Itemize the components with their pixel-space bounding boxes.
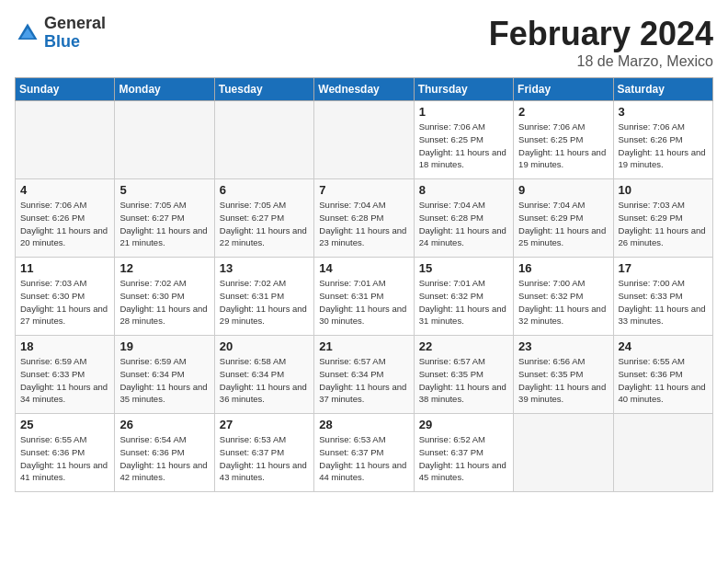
- calendar-week-row: 11Sunrise: 7:03 AMSunset: 6:30 PMDayligh…: [16, 258, 713, 336]
- calendar-cell: 15Sunrise: 7:01 AMSunset: 6:32 PMDayligh…: [414, 258, 513, 336]
- day-number: 15: [419, 261, 508, 275]
- calendar-cell: 20Sunrise: 6:58 AMSunset: 6:34 PMDayligh…: [214, 336, 313, 414]
- day-of-week-header: Wednesday: [314, 78, 414, 101]
- day-info: Sunrise: 6:57 AMSunset: 6:35 PMDaylight:…: [419, 355, 508, 406]
- day-info: Sunrise: 7:02 AMSunset: 6:30 PMDaylight:…: [119, 277, 209, 327]
- day-info: Sunrise: 6:59 AMSunset: 6:34 PMDaylight:…: [119, 355, 209, 406]
- calendar-cell: 10Sunrise: 7:03 AMSunset: 6:29 PMDayligh…: [613, 179, 712, 258]
- day-info: Sunrise: 7:06 AMSunset: 6:25 PMDaylight:…: [518, 121, 608, 171]
- day-info: Sunrise: 6:59 AMSunset: 6:33 PMDaylight:…: [20, 355, 109, 406]
- day-number: 14: [319, 261, 408, 275]
- calendar-cell: 27Sunrise: 6:53 AMSunset: 6:37 PMDayligh…: [214, 414, 313, 492]
- day-info: Sunrise: 6:56 AMSunset: 6:35 PMDaylight:…: [518, 355, 608, 406]
- day-info: Sunrise: 7:03 AMSunset: 6:30 PMDaylight:…: [20, 277, 109, 327]
- day-number: 26: [119, 418, 209, 431]
- calendar-cell: [214, 101, 313, 179]
- calendar-cell: 4Sunrise: 7:06 AMSunset: 6:26 PMDaylight…: [16, 179, 115, 258]
- calendar-cell: 5Sunrise: 7:05 AMSunset: 6:27 PMDaylight…: [115, 179, 214, 258]
- calendar-week-row: 25Sunrise: 6:55 AMSunset: 6:36 PMDayligh…: [16, 414, 713, 492]
- calendar-cell: [115, 101, 214, 179]
- day-number: 24: [619, 339, 708, 353]
- calendar-cell: 22Sunrise: 6:57 AMSunset: 6:35 PMDayligh…: [414, 336, 513, 414]
- day-info: Sunrise: 7:00 AMSunset: 6:32 PMDaylight:…: [518, 277, 608, 327]
- day-number: 16: [518, 261, 608, 275]
- day-of-week-header: Friday: [514, 78, 613, 101]
- day-number: 12: [119, 261, 209, 275]
- calendar-cell: 7Sunrise: 7:04 AMSunset: 6:28 PMDaylight…: [314, 179, 414, 258]
- calendar-title: February 2024: [489, 15, 713, 53]
- day-info: Sunrise: 7:03 AMSunset: 6:29 PMDaylight:…: [619, 199, 708, 249]
- day-number: 29: [419, 418, 508, 431]
- day-number: 22: [419, 339, 508, 353]
- calendar-cell: [16, 101, 115, 179]
- day-of-week-header: Monday: [115, 78, 214, 101]
- calendar-week-row: 1Sunrise: 7:06 AMSunset: 6:25 PMDaylight…: [16, 101, 713, 179]
- day-of-week-header: Saturday: [613, 78, 712, 101]
- page-header: General Blue February 2024 18 de Marzo, …: [15, 15, 713, 70]
- calendar-cell: 8Sunrise: 7:04 AMSunset: 6:28 PMDaylight…: [414, 179, 513, 258]
- day-number: 10: [619, 183, 708, 197]
- day-info: Sunrise: 7:05 AMSunset: 6:27 PMDaylight:…: [220, 199, 309, 249]
- calendar-cell: 23Sunrise: 6:56 AMSunset: 6:35 PMDayligh…: [514, 336, 613, 414]
- day-number: 21: [319, 339, 408, 353]
- day-of-week-header: Thursday: [414, 78, 513, 101]
- day-of-week-header: Tuesday: [214, 78, 313, 101]
- day-info: Sunrise: 6:53 AMSunset: 6:37 PMDaylight:…: [220, 433, 309, 484]
- day-info: Sunrise: 6:58 AMSunset: 6:34 PMDaylight:…: [220, 355, 309, 406]
- calendar-cell: 1Sunrise: 7:06 AMSunset: 6:25 PMDaylight…: [414, 101, 513, 179]
- calendar-cell: 2Sunrise: 7:06 AMSunset: 6:25 PMDaylight…: [514, 101, 613, 179]
- day-info: Sunrise: 7:00 AMSunset: 6:33 PMDaylight:…: [619, 277, 708, 327]
- calendar-week-row: 18Sunrise: 6:59 AMSunset: 6:33 PMDayligh…: [16, 336, 713, 414]
- day-info: Sunrise: 6:52 AMSunset: 6:37 PMDaylight:…: [419, 433, 508, 484]
- day-number: 1: [419, 105, 508, 119]
- day-number: 2: [518, 105, 608, 119]
- day-info: Sunrise: 7:01 AMSunset: 6:32 PMDaylight:…: [419, 277, 508, 327]
- day-number: 17: [619, 261, 708, 275]
- day-info: Sunrise: 7:05 AMSunset: 6:27 PMDaylight:…: [119, 199, 209, 249]
- day-number: 3: [619, 105, 708, 119]
- day-number: 7: [319, 183, 408, 197]
- day-number: 20: [220, 339, 309, 353]
- day-info: Sunrise: 7:06 AMSunset: 6:26 PMDaylight:…: [20, 199, 109, 249]
- logo-icon: [15, 20, 40, 46]
- calendar-cell: 16Sunrise: 7:00 AMSunset: 6:32 PMDayligh…: [514, 258, 613, 336]
- calendar-cell: 25Sunrise: 6:55 AMSunset: 6:36 PMDayligh…: [16, 414, 115, 492]
- calendar-cell: [613, 414, 712, 492]
- calendar-cell: [514, 414, 613, 492]
- day-info: Sunrise: 6:53 AMSunset: 6:37 PMDaylight:…: [319, 433, 408, 484]
- logo: General Blue: [15, 15, 106, 52]
- day-info: Sunrise: 7:01 AMSunset: 6:31 PMDaylight:…: [319, 277, 408, 327]
- day-info: Sunrise: 7:04 AMSunset: 6:28 PMDaylight:…: [419, 199, 508, 249]
- day-number: 5: [119, 183, 209, 197]
- day-number: 27: [220, 418, 309, 431]
- calendar-cell: [314, 101, 414, 179]
- day-info: Sunrise: 7:06 AMSunset: 6:25 PMDaylight:…: [419, 121, 508, 171]
- day-header-row: SundayMondayTuesdayWednesdayThursdayFrid…: [16, 78, 713, 101]
- calendar-cell: 14Sunrise: 7:01 AMSunset: 6:31 PMDayligh…: [314, 258, 414, 336]
- calendar-cell: 24Sunrise: 6:55 AMSunset: 6:36 PMDayligh…: [613, 336, 712, 414]
- day-number: 6: [220, 183, 309, 197]
- calendar-cell: 18Sunrise: 6:59 AMSunset: 6:33 PMDayligh…: [16, 336, 115, 414]
- day-number: 9: [518, 183, 608, 197]
- calendar-table: SundayMondayTuesdayWednesdayThursdayFrid…: [15, 77, 713, 492]
- day-number: 8: [419, 183, 508, 197]
- calendar-cell: 11Sunrise: 7:03 AMSunset: 6:30 PMDayligh…: [16, 258, 115, 336]
- calendar-cell: 6Sunrise: 7:05 AMSunset: 6:27 PMDaylight…: [214, 179, 313, 258]
- day-of-week-header: Sunday: [16, 78, 115, 101]
- calendar-cell: 29Sunrise: 6:52 AMSunset: 6:37 PMDayligh…: [414, 414, 513, 492]
- day-info: Sunrise: 7:04 AMSunset: 6:29 PMDaylight:…: [518, 199, 608, 249]
- calendar-cell: 26Sunrise: 6:54 AMSunset: 6:36 PMDayligh…: [115, 414, 214, 492]
- day-info: Sunrise: 7:06 AMSunset: 6:26 PMDaylight:…: [619, 121, 708, 171]
- day-number: 13: [220, 261, 309, 275]
- day-info: Sunrise: 6:55 AMSunset: 6:36 PMDaylight:…: [20, 433, 109, 484]
- calendar-subtitle: 18 de Marzo, Mexico: [489, 53, 713, 70]
- title-block: February 2024 18 de Marzo, Mexico: [489, 15, 713, 70]
- calendar-cell: 9Sunrise: 7:04 AMSunset: 6:29 PMDaylight…: [514, 179, 613, 258]
- day-number: 19: [119, 339, 209, 353]
- day-info: Sunrise: 6:55 AMSunset: 6:36 PMDaylight:…: [619, 355, 708, 406]
- calendar-cell: 12Sunrise: 7:02 AMSunset: 6:30 PMDayligh…: [115, 258, 214, 336]
- logo-general-text: General: [44, 14, 106, 32]
- day-number: 18: [20, 339, 109, 353]
- calendar-cell: 19Sunrise: 6:59 AMSunset: 6:34 PMDayligh…: [115, 336, 214, 414]
- calendar-cell: 17Sunrise: 7:00 AMSunset: 6:33 PMDayligh…: [613, 258, 712, 336]
